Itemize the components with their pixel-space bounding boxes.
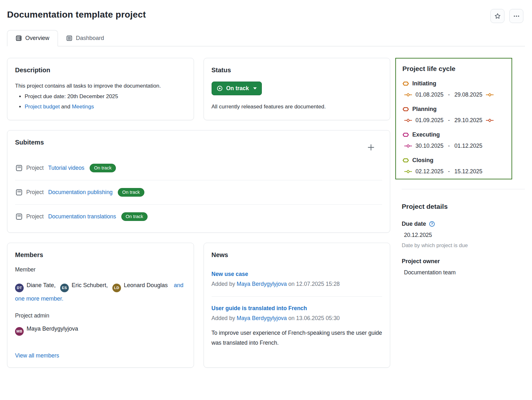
subitem-row: Project Tutorial videos On track bbox=[15, 156, 382, 180]
avatar: LD bbox=[112, 284, 121, 292]
status-title: Status bbox=[212, 67, 383, 74]
news-item: User guide is translated into French Add… bbox=[212, 296, 383, 357]
phase-end-date: 15.12.2025 bbox=[454, 168, 482, 175]
phase-dates: 30.10.2025 - 01.12.2025 bbox=[404, 143, 505, 149]
meetings-link[interactable]: Meetings bbox=[72, 104, 94, 110]
project-details-title: Project details bbox=[402, 203, 525, 210]
member: DTDiane Tate, bbox=[15, 282, 56, 288]
bullet-connector: and bbox=[60, 104, 72, 110]
project-overview-page: Documentation template project Overview bbox=[0, 0, 532, 377]
project-owner-value: Documentation team bbox=[402, 269, 525, 276]
description-bullet: Project due date: 20th December 2025 bbox=[25, 91, 186, 101]
milestone-diamond-icon bbox=[486, 118, 494, 122]
news-author-link[interactable]: Maya Berdygylyjova bbox=[237, 281, 287, 287]
phase-start-date: 01.08.2025 bbox=[415, 91, 444, 98]
status-dropdown-button[interactable]: On track bbox=[212, 82, 262, 95]
phase-name: Planning bbox=[412, 106, 437, 113]
phase-hexagon-icon bbox=[402, 158, 409, 163]
members-line: DTDiane Tate,ESEric Schubert,LDLeonard D… bbox=[15, 279, 186, 305]
help-icon[interactable] bbox=[429, 221, 435, 227]
member-name: Leonard Douglas bbox=[124, 282, 168, 288]
tab-overview[interactable]: Overview bbox=[7, 30, 58, 46]
phase-hexagon-icon bbox=[402, 107, 409, 112]
add-subitem-button[interactable] bbox=[367, 143, 375, 152]
subitem-row: Project Documentation publishing On trac… bbox=[15, 180, 382, 204]
milestone-diamond-icon bbox=[404, 118, 412, 122]
project-board-icon bbox=[16, 165, 22, 171]
admin-member: MBMaya Berdygylyjova bbox=[15, 325, 186, 336]
news-title: News bbox=[212, 251, 383, 259]
milestone-diamond-icon bbox=[404, 169, 412, 174]
phase-start-date: 30.10.2025 bbox=[415, 143, 444, 149]
tab-bar: Overview Dashboard bbox=[7, 30, 525, 46]
member-role-label: Member bbox=[15, 266, 186, 273]
phase-hexagon-icon bbox=[402, 132, 409, 137]
subitem-list: Project Tutorial videos On track Project… bbox=[15, 156, 382, 229]
due-date-help-text: Date by which project is due bbox=[402, 242, 525, 248]
overview-icon bbox=[16, 35, 22, 41]
lifecycle-phase: Executing 30.10.2025 - 01.12.2025 bbox=[402, 131, 505, 149]
phase-name: Executing bbox=[412, 131, 440, 138]
phase-dates: 01.09.2025 - 29.10.2025 bbox=[404, 117, 505, 124]
tab-dashboard-label: Dashboard bbox=[76, 35, 104, 42]
more-actions-button[interactable] bbox=[509, 9, 523, 23]
dashboard-icon bbox=[66, 35, 72, 41]
project-board-icon bbox=[16, 213, 22, 220]
news-item-link[interactable]: User guide is translated into French bbox=[212, 305, 307, 312]
main-column: Description This project contains all ta… bbox=[7, 58, 390, 368]
subitem-link[interactable]: Documentation publishing bbox=[48, 189, 112, 196]
phase-name: Closing bbox=[412, 157, 433, 164]
avatar: ES bbox=[60, 284, 69, 292]
star-icon bbox=[494, 12, 501, 20]
avatar: MB bbox=[15, 327, 24, 336]
view-all-members-link[interactable]: View all members bbox=[15, 352, 59, 359]
project-life-cycle-box: Project life cycle Initiating 01.08.2025… bbox=[395, 58, 512, 179]
project-owner-label: Project owner bbox=[402, 258, 525, 265]
tab-dashboard[interactable]: Dashboard bbox=[58, 30, 112, 46]
news-item-meta: Added by Maya Berdygylyjova on 12.07.202… bbox=[212, 281, 383, 287]
status-value: On track bbox=[226, 85, 249, 92]
ellipsis-icon bbox=[513, 12, 520, 20]
members-title: Members bbox=[15, 251, 186, 259]
phase-start-date: 02.12.2025 bbox=[415, 168, 444, 175]
status-on-track-icon bbox=[217, 85, 223, 91]
plus-icon bbox=[367, 144, 375, 151]
member: ESEric Schubert, bbox=[60, 282, 108, 288]
due-date-value: 20.12.2025 bbox=[402, 232, 525, 239]
tab-overview-label: Overview bbox=[25, 35, 49, 42]
description-title: Description bbox=[15, 67, 186, 74]
status-card: Status On track All currently released f… bbox=[204, 58, 391, 120]
subitem-link[interactable]: Tutorial videos bbox=[48, 165, 84, 171]
life-cycle-title: Project life cycle bbox=[402, 65, 505, 73]
avatar: DT bbox=[15, 284, 24, 292]
subitem-link[interactable]: Documentation translations bbox=[48, 213, 116, 220]
lifecycle-phase: Planning 01.09.2025 - 29.10.2025 bbox=[402, 106, 505, 124]
description-card: Description This project contains all ta… bbox=[7, 58, 194, 120]
sidebar-divider bbox=[402, 189, 525, 189]
subitems-title: Subitems bbox=[15, 139, 44, 146]
subitem-type: Project bbox=[16, 213, 44, 220]
phase-end-date: 01.12.2025 bbox=[454, 143, 482, 149]
phase-end-date: 29.08.2025 bbox=[454, 91, 482, 98]
project-details-section: Project details Due date 20.12.2025 Date… bbox=[395, 203, 525, 276]
phase-dates: 02.12.2025 - 15.12.2025 bbox=[404, 168, 505, 175]
phase-dates: 01.08.2025 - 29.08.2025 bbox=[404, 91, 505, 98]
news-item: New use case Added by Maya Berdygylyjova… bbox=[212, 263, 383, 296]
member-name: Diane Tate bbox=[27, 282, 54, 288]
chevron-down-icon bbox=[253, 87, 257, 90]
admin-role-label: Project admin bbox=[15, 312, 186, 319]
project-budget-link[interactable]: Project budget bbox=[25, 104, 60, 110]
status-badge: On track bbox=[121, 212, 148, 221]
phase-end-date: 29.10.2025 bbox=[454, 117, 482, 124]
page-header: Documentation template project bbox=[7, 8, 525, 23]
news-item-link[interactable]: New use case bbox=[212, 271, 248, 278]
member: LDLeonard Douglas bbox=[112, 282, 168, 288]
status-badge: On track bbox=[118, 188, 144, 197]
favorite-button[interactable] bbox=[490, 9, 504, 23]
news-author-link[interactable]: Maya Berdygylyjova bbox=[237, 315, 287, 321]
milestone-diamond-icon bbox=[404, 144, 412, 148]
members-card: Members Member DTDiane Tate,ESEric Schub… bbox=[7, 243, 194, 368]
phase-hexagon-icon bbox=[402, 81, 409, 86]
subitems-card: Subitems Project Tutorial videos On trac… bbox=[7, 130, 390, 233]
description-text: This project contains all tasks to impro… bbox=[15, 81, 186, 91]
